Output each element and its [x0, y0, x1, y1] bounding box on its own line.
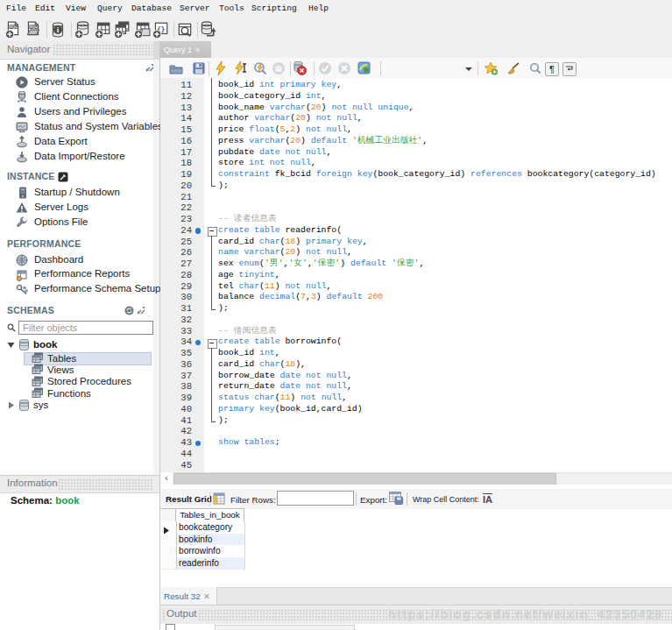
svg-text:SQL: SQL [30, 25, 38, 29]
svg-text:SQL: SQL [10, 25, 18, 29]
